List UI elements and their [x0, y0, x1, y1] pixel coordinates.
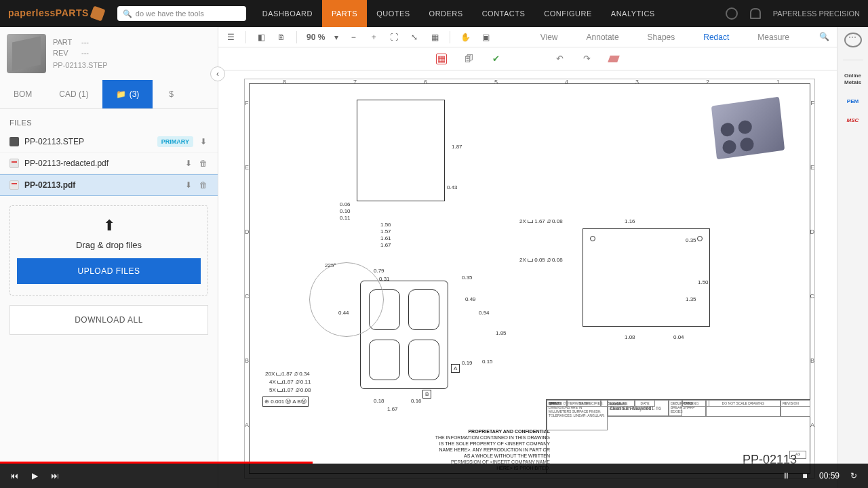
dim: 1.61: [380, 235, 391, 241]
select-area-icon[interactable]: ▣: [480, 32, 491, 43]
part-thumbnail[interactable]: [7, 34, 46, 73]
zone-6: 6: [424, 79, 427, 85]
redact-area-icon[interactable]: ▦: [436, 54, 447, 64]
tab-cad[interactable]: CAD (1): [45, 80, 102, 108]
search-icon: 🔍: [123, 9, 132, 18]
rotate-icon[interactable]: ⤡: [409, 32, 420, 43]
mode-shapes[interactable]: Shapes: [634, 28, 689, 46]
nav-dashboard[interactable]: DASHBOARD: [253, 0, 322, 27]
dim: 2X ⌴ 1.67 ⌀0.08: [519, 218, 563, 224]
dim: 1.56: [380, 222, 391, 228]
mode-view[interactable]: View: [527, 28, 572, 46]
zone-1: 1: [776, 79, 780, 85]
zoom-out-icon[interactable]: −: [348, 32, 359, 43]
nav-parts[interactable]: PARTS: [322, 0, 367, 27]
search-input[interactable]: [136, 9, 241, 18]
pause-icon[interactable]: ⏸: [781, 471, 791, 481]
document-icon[interactable]: 🗎: [276, 32, 287, 43]
hole-note: 20X ⌴1.87 ⌀0.34: [265, 371, 310, 377]
file-name: PP-02113.STEP: [24, 137, 152, 146]
zone-F-r: F: [811, 100, 815, 106]
redo-icon[interactable]: ↷: [581, 54, 592, 64]
nav-orders[interactable]: ORDERS: [420, 0, 473, 27]
download-icon[interactable]: ⬇: [184, 159, 193, 168]
stop-icon[interactable]: ■: [800, 471, 810, 481]
drawing-canvas[interactable]: 8 7 6 5 4 3 2 1 F F E E D D C C B B A A: [218, 70, 837, 488]
step-file-icon: [9, 137, 19, 146]
menu-icon[interactable]: ☰: [225, 32, 236, 43]
tab-bom[interactable]: BOM: [0, 80, 45, 108]
dim: 1.87: [452, 144, 462, 150]
file-row[interactable]: PP-02113.pdf ⬇ 🗑: [0, 174, 218, 196]
dim: 0.10: [340, 208, 351, 214]
video-progress-track[interactable]: [0, 462, 868, 464]
file-row[interactable]: PP-02113.STEP PRIMARY ⬇: [0, 131, 218, 153]
tab-pricing[interactable]: $: [153, 80, 190, 108]
dim: 0.35: [686, 237, 696, 243]
pdf-file-icon: [9, 180, 19, 190]
file-row[interactable]: PP-02113-redacted.pdf ⬇ 🗑: [0, 153, 218, 174]
play-icon[interactable]: ▶: [30, 471, 39, 481]
dim: 0.44: [338, 310, 349, 316]
zoom-level[interactable]: 90 %: [307, 33, 325, 42]
prev-icon[interactable]: ⏮: [9, 471, 19, 481]
collapse-sidebar-button[interactable]: ‹: [210, 66, 225, 81]
panel-toggle-icon[interactable]: ◧: [256, 32, 267, 43]
vendor-msc[interactable]: MSC: [847, 117, 859, 124]
nav-configure[interactable]: CONFIGURE: [534, 0, 601, 27]
part-info: PART--- REV--- PP-02113.STEP: [53, 34, 108, 73]
download-all-button[interactable]: DOWNLOAD ALL: [9, 305, 208, 335]
primary-badge: PRIMARY: [157, 136, 193, 147]
file-dropzone[interactable]: ⬆ Drag & drop files UPLOAD FILES: [9, 205, 208, 296]
dim: 0.35: [462, 274, 473, 281]
pan-icon[interactable]: ✋: [460, 32, 471, 43]
file-name: PP-02113.pdf: [24, 180, 178, 190]
dim: 225°: [325, 262, 336, 268]
delete-icon[interactable]: 🗑: [199, 180, 208, 190]
tab-files[interactable]: 📁(3): [102, 80, 153, 108]
chat-icon[interactable]: [844, 33, 862, 47]
dim: 1.35: [686, 296, 696, 302]
apply-redaction-icon[interactable]: ✔: [490, 54, 501, 64]
dropzone-text: Drag & drop files: [17, 240, 201, 250]
marquee-icon[interactable]: ▦: [429, 32, 440, 43]
nav-analytics[interactable]: ANALYTICS: [601, 0, 665, 27]
download-icon[interactable]: ⬇: [199, 137, 208, 146]
nav-quotes[interactable]: QUOTES: [367, 0, 419, 27]
zone-C: C: [245, 293, 250, 300]
video-progress-fill: [0, 462, 313, 464]
loop-icon[interactable]: ↻: [849, 471, 859, 481]
viewer-search-icon[interactable]: 🔍: [819, 32, 830, 43]
dim: 1.57: [380, 228, 391, 235]
mode-redact[interactable]: Redact: [690, 28, 743, 46]
fit-screen-icon[interactable]: ⛶: [389, 32, 399, 43]
mode-measure[interactable]: Measure: [744, 28, 803, 46]
folder-icon: 📁: [116, 89, 126, 99]
video-time: 00:59: [819, 471, 840, 481]
dim: 0.49: [465, 296, 476, 302]
upload-files-button[interactable]: UPLOAD FILES: [17, 258, 201, 284]
viewer-toolbar-top: ☰ ◧ 🗎 90 %▾ − + ⛶ ⤡ ▦ ✋ ▣ View Annotate …: [218, 27, 837, 47]
vendor-pem[interactable]: PEM: [847, 98, 859, 105]
mode-annotate[interactable]: Annotate: [573, 28, 633, 46]
next-icon[interactable]: ⏭: [50, 471, 60, 481]
global-search[interactable]: 🔍: [117, 6, 246, 21]
viewer-toolbar-redact: ▦ 🗐 ✔ ↶ ↷: [218, 47, 837, 70]
help-icon[interactable]: [726, 7, 738, 20]
notifications-icon[interactable]: [750, 8, 761, 19]
tenant-name[interactable]: PAPERLESS PRECISION: [773, 9, 860, 18]
vendor-online-metals[interactable]: Online Metals: [837, 73, 868, 86]
dim: 0.04: [673, 334, 684, 340]
feature-control-frame: ⊕ 0.001 Ⓜ A BⓂ: [262, 396, 309, 407]
part-label: PART: [53, 37, 75, 47]
delete-icon[interactable]: 🗑: [199, 159, 208, 168]
undo-icon[interactable]: ↶: [554, 54, 565, 64]
redact-page-icon[interactable]: 🗐: [463, 54, 474, 64]
eraser-icon[interactable]: [608, 54, 619, 64]
datum-a: A: [451, 364, 460, 373]
download-icon[interactable]: ⬇: [184, 180, 193, 190]
zone-D-r: D: [810, 228, 815, 235]
nav-contacts[interactable]: CONTACTS: [473, 0, 535, 27]
sidebar: ‹ PART--- REV--- PP-02113.STEP BOM CAD (…: [0, 27, 218, 488]
zoom-in-icon[interactable]: +: [368, 32, 379, 43]
